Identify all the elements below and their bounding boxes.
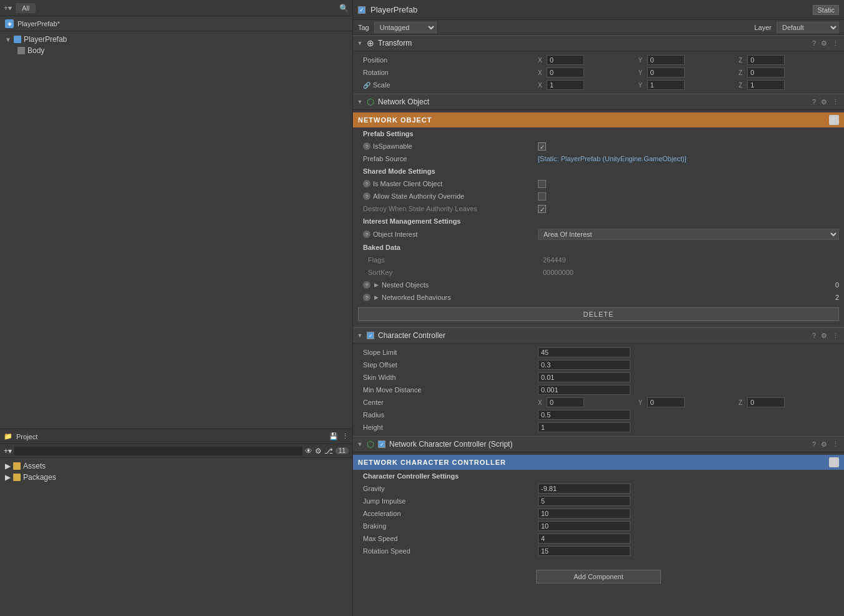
allow-state-info-icon[interactable]: ? [363, 192, 370, 200]
networked-behaviours-label: ? ▶ Networked Behaviours [363, 294, 835, 301]
networked-info-icon[interactable]: ? [363, 294, 370, 301]
center-z-input[interactable] [747, 397, 785, 407]
prefab-source-value: [Static: PlayerPrefab (UnityEngine.GameO… [538, 155, 839, 162]
transform-help-btn[interactable]: ? [811, 39, 817, 47]
scale-row: 🔗 Scale X Y Z [353, 79, 844, 91]
interest-header: Interest Management Settings [353, 215, 844, 227]
plus-icon[interactable]: +▾ [4, 447, 12, 455]
menu-icon[interactable]: ⋮ [342, 432, 349, 440]
rotation-z-input[interactable] [747, 67, 785, 77]
ncc-help-btn[interactable]: ? [811, 440, 817, 448]
all-tab[interactable]: All [16, 3, 36, 13]
allow-state-checkbox[interactable] [538, 192, 546, 201]
braking-input[interactable] [538, 521, 630, 531]
add-component-section: Add Component [353, 560, 844, 594]
position-label: Position [363, 56, 538, 64]
transform-menu-btn[interactable]: ⋮ [831, 39, 840, 47]
network-object-settings-btn[interactable]: ⚙ [820, 98, 828, 106]
destroy-label: Destroy When State Authority Leaves [363, 205, 538, 212]
project-search-input[interactable] [14, 447, 302, 455]
cc-settings-btn[interactable]: ⚙ [820, 332, 828, 340]
tag-dropdown[interactable]: Untagged [374, 22, 437, 33]
is-master-info-icon[interactable]: ? [363, 180, 370, 187]
static-button[interactable]: Static [813, 5, 839, 15]
networked-expand-arrow[interactable]: ▶ [373, 294, 379, 301]
save-icon[interactable]: 💾 [329, 432, 338, 440]
center-x-input[interactable] [547, 397, 584, 407]
jump-impulse-label: Jump Impulse [363, 497, 538, 505]
eye-icon[interactable]: 👁 [305, 447, 312, 455]
add-icon[interactable]: +▾ [4, 4, 12, 12]
network-object-menu-btn[interactable]: ⋮ [831, 98, 840, 106]
scale-z-input[interactable] [747, 80, 785, 90]
cc-menu-btn[interactable]: ⋮ [831, 332, 840, 340]
network-object-header[interactable]: ▼ ⬡ Network Object ? ⚙ ⋮ [353, 94, 844, 110]
min-move-input[interactable] [538, 385, 630, 395]
project-item-packages[interactable]: ▶ Packages [2, 472, 350, 483]
radius-input[interactable] [538, 410, 630, 420]
gravity-input[interactable] [538, 484, 630, 494]
search-icon[interactable]: 🔍 [339, 4, 349, 12]
network-object-help-btn[interactable]: ? [811, 98, 817, 106]
delete-button[interactable]: DELETE [358, 307, 839, 321]
scale-y-input[interactable] [647, 80, 685, 90]
center-y-input[interactable] [647, 397, 685, 407]
rotation-y-input[interactable] [647, 67, 685, 77]
destroy-checkbox[interactable] [538, 205, 546, 213]
step-offset-label: Step Offset [363, 361, 538, 369]
position-y-input[interactable] [647, 55, 685, 65]
is-spawnable-info-icon[interactable]: ? [363, 142, 370, 150]
is-spawnable-checkbox[interactable] [538, 142, 546, 151]
character-controller-header[interactable]: ▼ ✓ Character Controller ? ⚙ ⋮ [353, 327, 844, 344]
nested-expand-arrow[interactable]: ▶ [373, 282, 379, 288]
project-icon: 📁 [4, 432, 12, 440]
rotation-row: Rotation X Y Z [353, 66, 844, 79]
cc-enabled-checkbox[interactable]: ✓ [367, 332, 374, 339]
file-tab[interactable]: ◈ PlayerPrefab* [0, 16, 352, 31]
min-move-row: Min Move Distance [353, 384, 844, 396]
acceleration-input[interactable] [538, 509, 630, 519]
max-speed-input[interactable] [538, 534, 630, 544]
project-panel: 📁 Project 💾 ⋮ +▾ 👁 ⚙ ⎇ 11 ▶ Assets ▶ [0, 429, 352, 616]
hierarchy-item-playerprefab[interactable]: ▼ PlayerPrefab [2, 34, 350, 45]
center-row: Center X Y Z [353, 396, 844, 409]
object-interest-dropdown[interactable]: Area Of Interest [538, 229, 839, 240]
scale-label: 🔗 Scale [363, 81, 538, 89]
hierarchy-item-body[interactable]: Body [2, 45, 350, 56]
object-interest-row: ? Object Interest Area Of Interest [353, 227, 844, 241]
branch-icon[interactable]: ⎇ [324, 447, 333, 455]
ncc-name: Network Character Controller (Script) [389, 440, 807, 449]
position-z-input[interactable] [747, 55, 785, 65]
ncc-menu-btn[interactable]: ⋮ [831, 440, 840, 449]
project-item-assets[interactable]: ▶ Assets [2, 460, 350, 472]
jump-impulse-input[interactable] [538, 496, 630, 506]
nested-info-icon[interactable]: ? [363, 281, 370, 289]
skin-width-input[interactable] [538, 372, 630, 382]
network-char-header[interactable]: ▼ ⬡ ✓ Network Character Controller (Scri… [353, 436, 844, 452]
rotation-speed-input[interactable] [538, 546, 630, 556]
project-label: Project [16, 433, 37, 440]
is-master-checkbox[interactable] [538, 180, 546, 188]
height-input[interactable] [538, 422, 630, 432]
add-component-button[interactable]: Add Component [536, 570, 661, 584]
rotation-x-input[interactable] [547, 67, 584, 77]
scale-x-input[interactable] [547, 80, 584, 90]
braking-label: Braking [363, 522, 538, 530]
sort-key-label: SortKey [368, 269, 543, 276]
ncc-enabled-checkbox[interactable]: ✓ [378, 440, 385, 448]
cc-help-btn[interactable]: ? [811, 332, 817, 339]
transform-component-header[interactable]: ▼ ⊕ Transform ? ⚙ ⋮ [353, 35, 844, 51]
network-object-banner: NETWORK OBJECT ⛓ [353, 112, 844, 127]
object-interest-info-icon[interactable]: ? [363, 231, 370, 238]
max-speed-row: Max Speed [353, 532, 844, 545]
layer-dropdown[interactable]: Default [777, 22, 839, 33]
slope-limit-input[interactable] [538, 347, 630, 357]
ncc-settings-btn[interactable]: ⚙ [820, 440, 828, 449]
transform-settings-btn[interactable]: ⚙ [820, 39, 828, 47]
network-object-name: Network Object [378, 97, 807, 106]
filter-icon[interactable]: ⚙ [315, 447, 322, 455]
hierarchy-content: ▼ PlayerPrefab Body [0, 31, 352, 429]
position-x-input[interactable] [547, 55, 584, 65]
step-offset-input[interactable] [538, 360, 630, 370]
object-enabled-checkbox[interactable]: ✓ [358, 6, 365, 14]
